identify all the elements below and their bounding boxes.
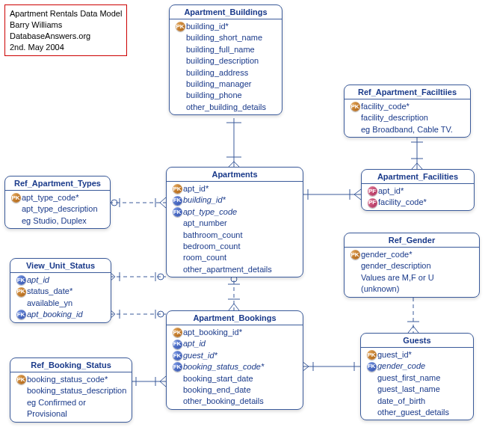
field-row: FKguest_id (167, 350, 303, 361)
field-row: apt_number (167, 218, 303, 229)
fk-icon: FK (16, 310, 26, 319)
svg-point-6 (111, 200, 117, 206)
field-row: PKapt_id (167, 183, 303, 194)
field-name: building_id (183, 194, 298, 206)
field-name: facility_description (361, 112, 466, 123)
field-name: guest_id (183, 350, 298, 361)
field-name: available_yn (27, 298, 106, 309)
pk-icon: PK (16, 287, 26, 297)
field-name: facility_code (361, 101, 466, 112)
fk-icon: FK (173, 340, 182, 349)
entity-apartment-facilities: Apartment_FacilitiesPFapt_idPFfacility_c… (361, 169, 475, 211)
field-name: status_date (27, 286, 106, 297)
model-author: Barry Williams (10, 19, 122, 31)
field-name: booking_start_date (183, 373, 298, 384)
pk-icon: PK (367, 350, 377, 360)
field-name: apt_id (183, 183, 298, 194)
entity-apartments: ApartmentsPKapt_idFKbuilding_idFKapt_typ… (166, 167, 303, 277)
field-row: other_apartment_details (167, 264, 303, 275)
entity-apartment-buildings: Apartment_BuildingsPKbuilding_idbuilding… (169, 4, 282, 115)
entity-title: Apartment_Buildings (170, 5, 282, 19)
field-row: building_manager (170, 79, 282, 90)
fk-icon: FK (16, 275, 26, 285)
field-name: other_building_details (186, 102, 277, 113)
field-row: PFapt_id (362, 185, 474, 197)
svg-line-19 (417, 163, 422, 169)
field-name: apt_booking_id (27, 309, 106, 320)
field-name: apt_id (378, 185, 469, 197)
entity-title: Apartments (167, 168, 303, 182)
field-name: building_id (186, 21, 277, 32)
field-name: building_phone (186, 90, 277, 101)
svg-line-9 (160, 203, 166, 208)
field-name: facility_code (378, 197, 469, 208)
entity-title: Ref_Apartment_Faciltiies (345, 85, 470, 99)
entity-ref-booking-status: Ref_Booking_StatusPKbooking_status_codeb… (10, 358, 132, 423)
field-row: gender_description (345, 260, 479, 271)
svg-line-24 (229, 304, 234, 310)
field-row: date_of_birth (361, 396, 473, 407)
field-row: Values are M,F or U (unknown) (345, 272, 479, 295)
pf-icon: PF (368, 186, 377, 196)
field-row: booking_end_date (167, 384, 303, 396)
field-row: other_guest_details (361, 407, 473, 418)
field-name: room_count (183, 252, 298, 263)
svg-line-52 (408, 326, 413, 333)
svg-line-41 (160, 376, 166, 381)
svg-line-13 (354, 189, 361, 194)
svg-line-14 (354, 194, 361, 200)
field-row: FKbuilding_id (167, 194, 303, 206)
field-row: PFfacility_code (362, 197, 474, 208)
field-row: eg Studio, Duplex (5, 215, 110, 227)
field-name: apt_type_description (22, 203, 105, 215)
field-name: bathroom_count (183, 230, 298, 241)
pk-icon: PK (16, 375, 26, 384)
field-row: FKgender_code (361, 360, 473, 372)
pk-icon: PK (350, 250, 360, 260)
field-row: room_count (167, 252, 303, 263)
field-row: other_booking_details (167, 396, 303, 407)
entity-guests: GuestsPKguest_idFKgender_codeguest_first… (360, 333, 474, 420)
entity-title: View_Unit_Status (10, 259, 111, 273)
entity-title: Apartment_Bookings (167, 311, 303, 325)
entity-ref-gender: Ref_GenderPKgender_codegender_descriptio… (344, 233, 480, 298)
field-row: PKgender_code (345, 249, 479, 260)
field-name: building_manager (186, 79, 277, 90)
field-name: building_address (186, 67, 277, 79)
entity-ref-apartment-types: Ref_Apartment_TypesPKapt_type_codeapt_ty… (4, 176, 111, 229)
model-source: DatabaseAnswers.org (10, 31, 122, 42)
field-name: gender_description (361, 260, 475, 271)
field-row: building_phone (170, 90, 282, 101)
field-name: booking_status_code (27, 374, 127, 385)
field-name: Values are M,F or U (unknown) (361, 272, 475, 295)
field-name: apt_type_code (22, 192, 105, 203)
field-row: building_short_name (170, 32, 282, 43)
field-row: building_description (170, 55, 282, 67)
entity-ref-apartment-facilities: Ref_Apartment_FaciltiiesPKfacility_codef… (344, 85, 471, 138)
fk-icon: FK (173, 362, 182, 372)
field-name: gender_code (361, 249, 475, 260)
svg-line-25 (234, 304, 239, 310)
svg-line-53 (413, 326, 418, 333)
svg-point-31 (158, 274, 164, 280)
field-row: PKbooking_status_code (10, 374, 132, 385)
field-row: PKbuilding_id (170, 21, 282, 32)
svg-line-18 (412, 163, 417, 169)
field-row: PKstatus_date (10, 286, 111, 297)
fk-icon: FK (173, 207, 182, 217)
field-row: apt_type_description (5, 203, 110, 215)
field-name: guest_id (377, 349, 469, 360)
field-row: guest_first_name (361, 372, 473, 384)
field-name: apt_type_code (183, 206, 298, 218)
field-row: FKapt_booking_id (10, 309, 111, 320)
entity-apartment-bookings: Apartment_BookingsPKapt_booking_idFKapt_… (166, 310, 303, 410)
field-name: booking_end_date (183, 384, 298, 396)
field-name: apt_id (183, 338, 298, 349)
field-row: FKbooking_status_code (167, 361, 303, 372)
field-name: building_full_name (186, 44, 277, 55)
field-row: PKapt_booking_id (167, 327, 303, 338)
field-row: guest_last_name (361, 384, 473, 395)
field-row: eg Broadband, Cable TV. (345, 124, 470, 135)
field-name: building_description (186, 55, 277, 67)
pk-icon: PK (176, 22, 185, 31)
